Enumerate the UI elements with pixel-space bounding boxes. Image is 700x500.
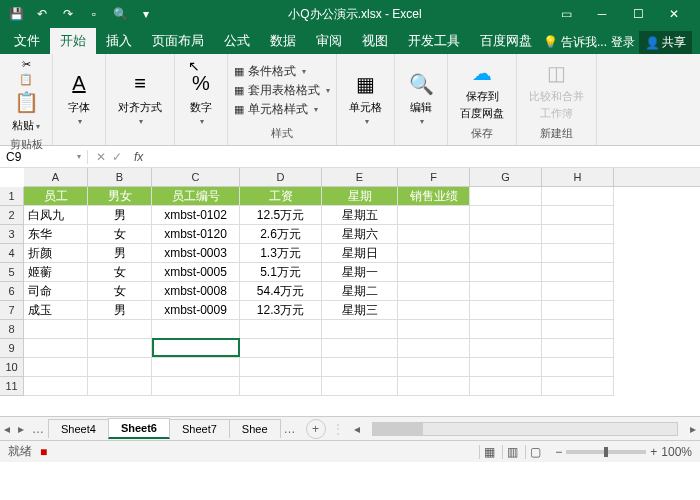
cell[interactable]	[152, 320, 240, 339]
cell[interactable]	[542, 282, 614, 301]
cell[interactable]	[398, 301, 470, 320]
zoom-out-button[interactable]: −	[555, 445, 562, 459]
cell[interactable]	[24, 358, 88, 377]
cell[interactable]	[398, 225, 470, 244]
column-header[interactable]: H	[542, 168, 614, 186]
sheet-tab-active[interactable]: Sheet6	[108, 418, 170, 439]
cell[interactable]	[470, 358, 542, 377]
cell[interactable]: 2.6万元	[240, 225, 322, 244]
cell[interactable]: xmbst-0008	[152, 282, 240, 301]
hscroll-left[interactable]: ◂	[350, 422, 364, 436]
cell[interactable]: 星期五	[322, 206, 398, 225]
sheet-nav-prev[interactable]: ◂	[0, 422, 14, 436]
cell[interactable]: 星期日	[322, 244, 398, 263]
cell[interactable]: 星期六	[322, 225, 398, 244]
cell[interactable]: 星期二	[322, 282, 398, 301]
sheet-tab[interactable]: Sheet4	[48, 419, 109, 438]
cell[interactable]: 女	[88, 282, 152, 301]
accept-formula-icon[interactable]: ✓	[112, 150, 122, 164]
cell[interactable]	[398, 282, 470, 301]
cell[interactable]: xmbst-0005	[152, 263, 240, 282]
column-header[interactable]: A	[24, 168, 88, 186]
cell[interactable]	[152, 339, 240, 358]
cell[interactable]: 白凤九	[24, 206, 88, 225]
cell[interactable]	[542, 377, 614, 396]
column-header[interactable]: E	[322, 168, 398, 186]
row-header[interactable]: 3	[0, 225, 24, 244]
hscroll-right[interactable]: ▸	[686, 422, 700, 436]
row-header[interactable]: 1	[0, 187, 24, 206]
cell[interactable]: 男女	[88, 187, 152, 206]
cell[interactable]	[322, 339, 398, 358]
cell[interactable]	[470, 282, 542, 301]
fx-icon[interactable]: fx	[130, 150, 147, 164]
tab-dev[interactable]: 开发工具	[398, 28, 470, 54]
tab-baidu[interactable]: 百度网盘	[470, 28, 542, 54]
cell[interactable]	[88, 339, 152, 358]
row-header[interactable]: 5	[0, 263, 24, 282]
align-button[interactable]: ≡对齐方式	[112, 68, 168, 128]
table-format[interactable]: ▦ 套用表格格式	[234, 81, 330, 100]
cell[interactable]	[398, 244, 470, 263]
cell[interactable]: 姬蘅	[24, 263, 88, 282]
cell[interactable]	[398, 320, 470, 339]
cell[interactable]: 成玉	[24, 301, 88, 320]
cell[interactable]	[240, 339, 322, 358]
cell[interactable]: 东华	[24, 225, 88, 244]
font-button[interactable]: A字体	[59, 68, 99, 128]
column-header[interactable]: C	[152, 168, 240, 186]
cell[interactable]: 1.3万元	[240, 244, 322, 263]
cell[interactable]	[542, 263, 614, 282]
cell[interactable]	[240, 377, 322, 396]
cell[interactable]: xmbst-0009	[152, 301, 240, 320]
tab-home[interactable]: 开始	[50, 28, 96, 54]
tab-insert[interactable]: 插入	[96, 28, 142, 54]
cell-styles[interactable]: ▦ 单元格样式	[234, 100, 330, 119]
cell[interactable]	[322, 320, 398, 339]
cell[interactable]	[152, 377, 240, 396]
cell[interactable]	[24, 377, 88, 396]
cell[interactable]	[542, 358, 614, 377]
save-icon[interactable]: 💾	[4, 2, 28, 26]
cell[interactable]	[88, 320, 152, 339]
add-sheet-button[interactable]: +	[306, 419, 326, 439]
sheet-nav-next[interactable]: ▸	[14, 422, 28, 436]
spreadsheet-grid[interactable]: ABCDEFGH 1员工男女员工编号工资星期销售业绩2白凤九男xmbst-010…	[0, 168, 700, 416]
cell[interactable]: xmbst-0120	[152, 225, 240, 244]
zoom-slider[interactable]	[566, 450, 646, 454]
cell[interactable]: 12.3万元	[240, 301, 322, 320]
sheet-tab-more[interactable]: …	[280, 422, 300, 436]
cell[interactable]	[542, 339, 614, 358]
cell[interactable]: 员工编号	[152, 187, 240, 206]
tab-file[interactable]: 文件	[4, 28, 50, 54]
cell[interactable]	[322, 358, 398, 377]
preview-icon[interactable]: 🔍	[108, 2, 132, 26]
cell[interactable]	[542, 225, 614, 244]
tab-data[interactable]: 数据	[260, 28, 306, 54]
cell[interactable]: 女	[88, 263, 152, 282]
row-header[interactable]: 2	[0, 206, 24, 225]
cell[interactable]: 工资	[240, 187, 322, 206]
cell[interactable]	[542, 244, 614, 263]
number-button[interactable]: %数字	[181, 68, 221, 128]
save-baidu-button[interactable]: ☁保存到百度网盘	[454, 57, 510, 123]
cell[interactable]	[470, 301, 542, 320]
cell[interactable]	[398, 377, 470, 396]
view-normal-icon[interactable]: ▦	[479, 445, 499, 459]
column-header[interactable]: D	[240, 168, 322, 186]
cell[interactable]	[24, 339, 88, 358]
cell[interactable]	[470, 206, 542, 225]
edit-button[interactable]: 🔍编辑	[401, 68, 441, 128]
minimize-icon[interactable]: ─	[588, 7, 616, 21]
sheet-nav-more[interactable]: …	[28, 422, 48, 436]
column-header[interactable]: B	[88, 168, 152, 186]
name-box[interactable]: C9▾	[0, 150, 88, 164]
row-header[interactable]: 11	[0, 377, 24, 396]
tab-view[interactable]: 视图	[352, 28, 398, 54]
close-icon[interactable]: ✕	[660, 7, 688, 21]
new-icon[interactable]: ▫	[82, 2, 106, 26]
cell[interactable]	[470, 339, 542, 358]
cell[interactable]: xmbst-0102	[152, 206, 240, 225]
cell[interactable]	[542, 301, 614, 320]
cell[interactable]	[542, 320, 614, 339]
